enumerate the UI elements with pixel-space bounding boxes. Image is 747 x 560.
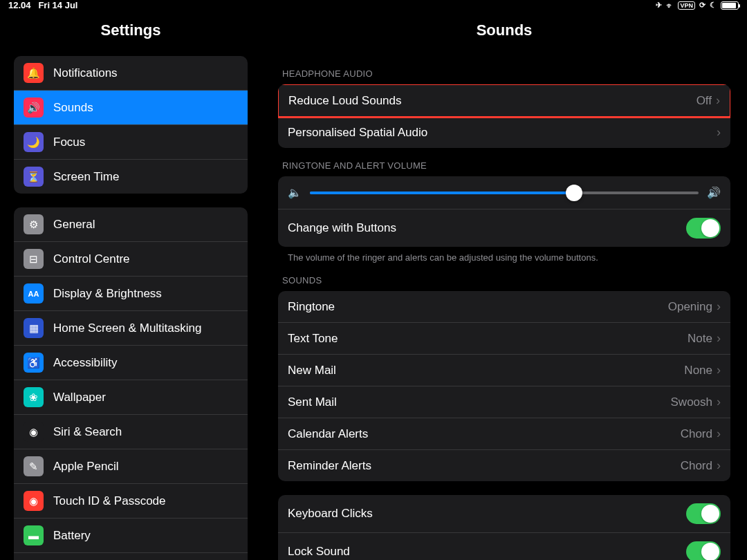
sidebar-item-label: Battery bbox=[53, 529, 91, 543]
sidebar-item-label: Control Centre bbox=[53, 252, 130, 266]
sidebar-item-label: Siri & Search bbox=[53, 425, 122, 439]
sidebar-icon: ◉ bbox=[24, 491, 44, 511]
sidebar-icon: ✎ bbox=[24, 456, 44, 476]
sidebar-item-label: Wallpaper bbox=[53, 391, 106, 404]
sound-value: Chord bbox=[681, 427, 712, 441]
time: 12.04 bbox=[8, 0, 31, 10]
spatial-audio-row[interactable]: Personalised Spatial Audio › bbox=[278, 117, 730, 148]
sidebar-icon: 🔊 bbox=[24, 97, 44, 118]
chevron-right-icon: › bbox=[717, 299, 721, 314]
status-left: 12.04 Fri 14 Jul bbox=[8, 0, 77, 10]
sidebar-icon: ⊟ bbox=[24, 249, 44, 269]
sidebar-item-display-brightness[interactable]: AADisplay & Brightness bbox=[14, 277, 248, 311]
sidebar-item-screen-time[interactable]: ⏳Screen Time bbox=[14, 160, 248, 194]
moon-icon: ☾ bbox=[710, 1, 717, 10]
sound-label: Calendar Alerts bbox=[288, 427, 681, 441]
sidebar-title: Settings bbox=[0, 10, 261, 56]
sidebar-item-apple-pencil[interactable]: ✎Apple Pencil bbox=[14, 449, 248, 484]
sidebar-icon: ♿ bbox=[24, 353, 44, 373]
content-title: Sounds bbox=[278, 10, 730, 56]
keyboard-clicks-toggle[interactable] bbox=[686, 503, 721, 524]
sidebar-item-sounds[interactable]: 🔊Sounds bbox=[14, 91, 248, 125]
sidebar-item-siri-search[interactable]: ◉Siri & Search bbox=[14, 415, 248, 449]
airplane-icon: ✈ bbox=[656, 1, 662, 10]
status-right: ✈ ᯤ VPN ⟳ ☾ bbox=[656, 1, 739, 10]
status-bar: 12.04 Fri 14 Jul ✈ ᯤ VPN ⟳ ☾ bbox=[0, 0, 747, 10]
sidebar-icon: ◉ bbox=[24, 422, 44, 442]
volume-slider[interactable] bbox=[310, 189, 699, 196]
sound-row-reminder-alerts[interactable]: Reminder AlertsChord› bbox=[278, 450, 730, 481]
vpn-badge: VPN bbox=[678, 1, 695, 10]
sound-value: Chord bbox=[681, 459, 712, 473]
sidebar-item-label: Focus bbox=[53, 136, 85, 149]
keyboard-clicks-row[interactable]: Keyboard Clicks bbox=[278, 495, 730, 533]
reduce-loud-label: Reduce Loud Sounds bbox=[288, 94, 697, 108]
lock-sound-row[interactable]: Lock Sound bbox=[278, 533, 730, 560]
sound-label: Sent Mail bbox=[288, 395, 671, 409]
lock-sound-toggle[interactable] bbox=[686, 541, 721, 560]
sidebar-item-label: General bbox=[53, 218, 95, 232]
sounds-section-header: SOUNDS bbox=[278, 263, 730, 291]
sound-row-ringtone[interactable]: RingtoneOpening› bbox=[278, 291, 730, 323]
sidebar-item-wallpaper[interactable]: ❀Wallpaper bbox=[14, 380, 248, 415]
reduce-loud-sounds-row[interactable]: Reduce Loud Sounds Off › bbox=[278, 84, 730, 118]
sidebar-icon: ⏳ bbox=[24, 167, 44, 187]
sound-value: Opening bbox=[668, 300, 712, 314]
sidebar-item-label: Apple Pencil bbox=[53, 460, 119, 474]
lock-sound-label: Lock Sound bbox=[288, 545, 686, 559]
volume-high-icon: 🔊 bbox=[707, 186, 721, 199]
wifi-icon: ᯤ bbox=[666, 1, 674, 10]
sidebar-item-general[interactable]: ⚙General bbox=[14, 207, 248, 242]
sound-label: Text Tone bbox=[288, 332, 688, 346]
sidebar-item-label: Touch ID & Passcode bbox=[53, 494, 166, 508]
sidebar-item-battery[interactable]: ▬Battery bbox=[14, 519, 248, 553]
sidebar-icon: ⚙ bbox=[24, 214, 44, 234]
sidebar-icon: 🔔 bbox=[24, 63, 44, 83]
chevron-right-icon: › bbox=[717, 363, 721, 377]
sidebar-item-focus[interactable]: 🌙Focus bbox=[14, 125, 248, 160]
chevron-right-icon: › bbox=[717, 458, 721, 473]
sound-row-new-mail[interactable]: New MailNone› bbox=[278, 355, 730, 386]
sound-row-sent-mail[interactable]: Sent MailSwoosh› bbox=[278, 386, 730, 418]
reduce-loud-value: Off bbox=[697, 94, 712, 108]
sound-value: Swoosh bbox=[671, 395, 712, 409]
keyboard-clicks-label: Keyboard Clicks bbox=[288, 507, 686, 521]
sidebar-item-label: Sounds bbox=[53, 101, 93, 115]
sidebar-item-label: Home Screen & Multitasking bbox=[53, 321, 201, 335]
battery-icon bbox=[721, 1, 739, 10]
sidebar-icon: 🌙 bbox=[24, 132, 44, 152]
chevron-right-icon: › bbox=[716, 93, 720, 108]
sidebar-icon: ❀ bbox=[24, 387, 44, 407]
sound-value: Note bbox=[688, 332, 712, 346]
sound-row-calendar-alerts[interactable]: Calendar AlertsChord› bbox=[278, 418, 730, 450]
chevron-right-icon: › bbox=[717, 395, 721, 409]
sidebar-item-label: Accessibility bbox=[53, 356, 118, 370]
chevron-right-icon: › bbox=[717, 331, 721, 346]
volume-low-icon: 🔈 bbox=[288, 186, 302, 199]
sound-label: Ringtone bbox=[288, 300, 668, 314]
rotation-lock-icon: ⟳ bbox=[699, 1, 706, 10]
chevron-right-icon: › bbox=[717, 427, 721, 441]
sound-label: New Mail bbox=[288, 364, 684, 377]
sidebar-item-privacy-security[interactable]: ✋Privacy & Security bbox=[14, 553, 248, 560]
sidebar-item-label: Screen Time bbox=[53, 170, 119, 184]
ringtone-volume-header: RINGTONE AND ALERT VOLUME bbox=[278, 148, 730, 176]
sidebar-item-accessibility[interactable]: ♿Accessibility bbox=[14, 346, 248, 380]
spatial-label: Personalised Spatial Audio bbox=[288, 126, 717, 140]
sidebar-item-touch-id-passcode[interactable]: ◉Touch ID & Passcode bbox=[14, 484, 248, 519]
sound-value: None bbox=[684, 364, 712, 377]
sidebar-item-home-screen-multitasking[interactable]: ▦Home Screen & Multitasking bbox=[14, 311, 248, 346]
change-buttons-toggle[interactable] bbox=[686, 218, 721, 239]
date: Fri 14 Jul bbox=[38, 0, 77, 10]
sidebar-item-label: Display & Brightness bbox=[53, 287, 162, 301]
chevron-right-icon: › bbox=[717, 125, 721, 140]
change-buttons-note: The volume of the ringer and alerts can … bbox=[278, 247, 730, 263]
sidebar-item-notifications[interactable]: 🔔Notifications bbox=[14, 56, 248, 91]
sidebar-item-label: Notifications bbox=[53, 66, 118, 80]
sidebar-icon: ▬ bbox=[24, 525, 44, 545]
headphone-audio-header: HEADPHONE AUDIO bbox=[278, 56, 730, 84]
sidebar-icon: ▦ bbox=[24, 318, 44, 338]
sidebar-item-control-centre[interactable]: ⊟Control Centre bbox=[14, 242, 248, 277]
change-with-buttons-row[interactable]: Change with Buttons bbox=[278, 209, 730, 247]
sound-row-text-tone[interactable]: Text ToneNote› bbox=[278, 323, 730, 355]
